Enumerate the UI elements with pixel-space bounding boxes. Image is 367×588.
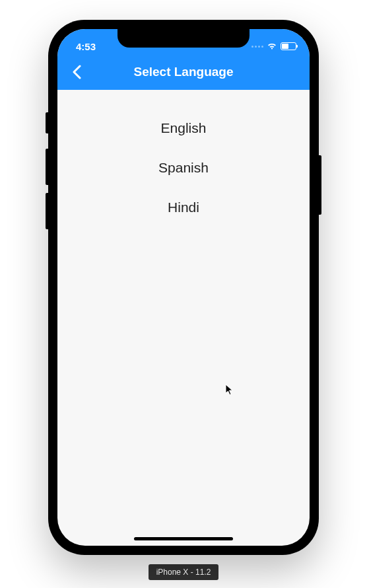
home-indicator[interactable] xyxy=(134,537,233,540)
mouse-cursor-icon xyxy=(225,384,234,398)
device-label: iPhone X - 11.2 xyxy=(149,564,219,580)
language-list: English Spanish Hindi xyxy=(57,90,310,227)
device-volume-down xyxy=(46,193,48,229)
language-option-english[interactable]: English xyxy=(57,108,310,148)
screen: 4:53 xyxy=(57,29,310,546)
device-volume-up xyxy=(46,149,48,185)
back-button[interactable] xyxy=(67,62,86,82)
device-power-button xyxy=(319,155,321,215)
language-option-spanish[interactable]: Spanish xyxy=(57,148,310,188)
device-silence-switch xyxy=(46,112,48,133)
battery-icon xyxy=(281,42,296,50)
chevron-left-icon xyxy=(72,65,81,79)
nav-bar: Select Language xyxy=(57,58,310,90)
page-title: Select Language xyxy=(68,65,299,79)
wifi-icon xyxy=(267,42,277,50)
language-option-hindi[interactable]: Hindi xyxy=(57,188,310,227)
device-notch xyxy=(117,29,250,48)
device-frame: 4:53 xyxy=(48,20,319,555)
cellular-signal-icon xyxy=(251,46,263,48)
